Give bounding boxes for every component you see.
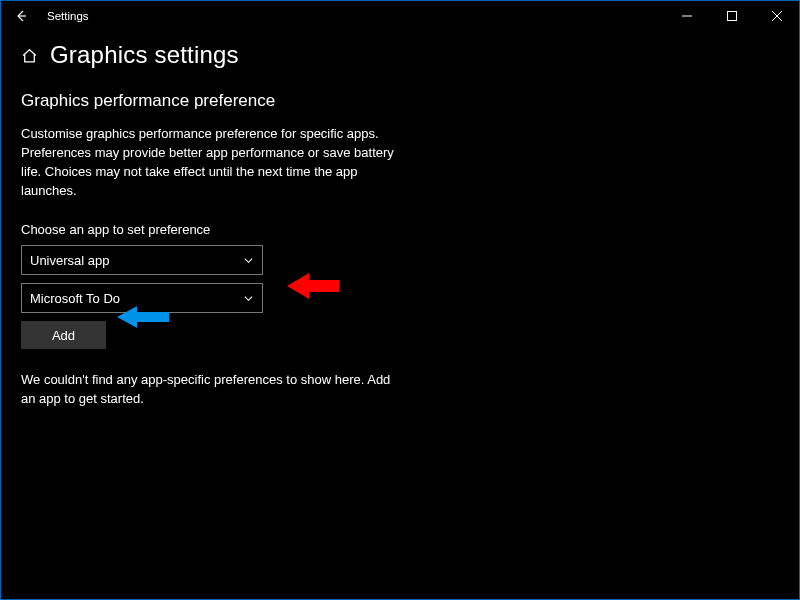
chevron-down-icon bbox=[243, 293, 254, 304]
app-select-value: Microsoft To Do bbox=[30, 291, 120, 306]
empty-state-message: We couldn't find any app-specific prefer… bbox=[21, 371, 401, 409]
chooser-label: Choose an app to set preference bbox=[21, 222, 779, 237]
back-arrow-icon bbox=[14, 9, 28, 23]
back-button[interactable] bbox=[7, 2, 35, 30]
minimize-icon bbox=[682, 11, 692, 21]
section-description: Customise graphics performance preferenc… bbox=[21, 125, 401, 200]
titlebar: Settings bbox=[1, 1, 799, 31]
maximize-button[interactable] bbox=[709, 1, 754, 31]
heading-row: Graphics settings bbox=[21, 41, 779, 69]
app-select-dropdown[interactable]: Microsoft To Do bbox=[21, 283, 263, 313]
maximize-icon bbox=[727, 11, 737, 21]
section-title: Graphics performance preference bbox=[21, 91, 779, 111]
page-title: Graphics settings bbox=[50, 41, 239, 69]
minimize-button[interactable] bbox=[664, 1, 709, 31]
add-button-label: Add bbox=[52, 328, 75, 343]
add-button[interactable]: Add bbox=[21, 321, 106, 349]
window-controls bbox=[664, 1, 799, 31]
app-type-value: Universal app bbox=[30, 253, 110, 268]
window-title: Settings bbox=[47, 10, 89, 22]
content: Graphics settings Graphics performance p… bbox=[1, 31, 799, 409]
svg-rect-0 bbox=[727, 12, 736, 21]
close-button[interactable] bbox=[754, 1, 799, 31]
home-icon[interactable] bbox=[21, 47, 38, 64]
close-icon bbox=[772, 11, 782, 21]
app-type-dropdown[interactable]: Universal app bbox=[21, 245, 263, 275]
chevron-down-icon bbox=[243, 255, 254, 266]
